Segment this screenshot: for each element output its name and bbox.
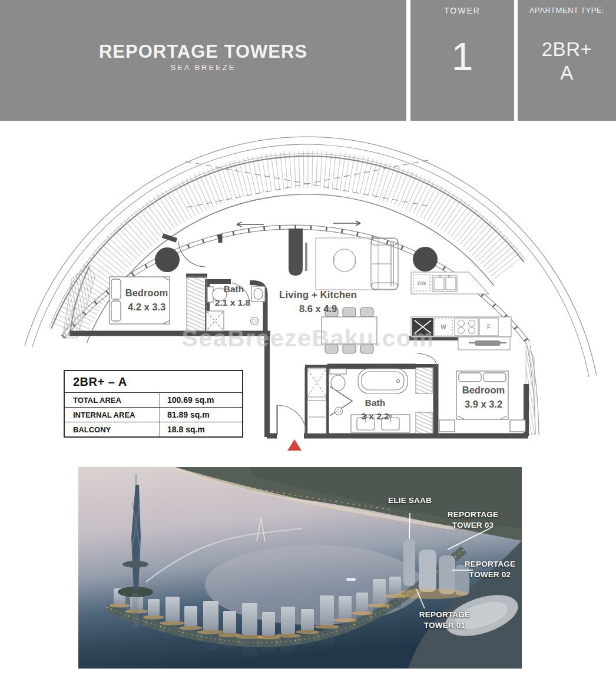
washer-label: W [441, 324, 446, 330]
tower-value: 1 [410, 34, 514, 79]
photo-label-tower-02: REPORTAGE TOWER 02 [458, 559, 522, 580]
area-table-title: 2BR+ – A [65, 371, 242, 392]
page-title: REPORTAGE TOWERS [0, 41, 406, 62]
header-tower-box: TOWER 1 [410, 0, 514, 121]
living-furniture [316, 238, 398, 290]
room-label: Living + Kitchen [279, 289, 357, 300]
sliding-door-arrows [237, 221, 360, 227]
aerial-photo: ELIE SAAB REPORTAGE TOWER 03 REPORTAGE T… [78, 467, 522, 669]
room-label: Bedroom [125, 287, 168, 298]
apartment-type-label: APARTMENT TYPE: [518, 6, 616, 15]
column [155, 247, 180, 272]
fridge-label: F [487, 324, 491, 330]
boat [346, 578, 356, 581]
table-row: TOTAL AREA 100.69 sq.m [65, 392, 242, 407]
hall-closet [307, 369, 326, 434]
room-label: Bedroom [462, 385, 505, 395]
dishwasher-label: DW [418, 280, 426, 286]
photo-label-elie-saab: ELIE SAAB [373, 495, 447, 506]
floorplan-page: REPORTAGE TOWERS SEA BREEZE TOWER 1 APAR… [0, 0, 616, 675]
watermark: SeaBreezeBaku.com [182, 325, 435, 352]
room-dims: 4.2 x 3.3 [128, 302, 165, 312]
apartment-type-value: 2BR+ A [518, 38, 616, 84]
photo-label-tower-01: REPORTAGE TOWER 01 [407, 610, 482, 631]
table-row: BALCONY 18.8 sq.m [65, 422, 242, 436]
column [413, 247, 438, 272]
room-dims: 8.6 x 4.9 [299, 303, 337, 314]
area-table: 2BR+ – A TOTAL AREA 100.69 sq.m INTERNAL… [64, 370, 243, 438]
header-apartment-box: APARTMENT TYPE: 2BR+ A [518, 0, 616, 121]
tower-label: TOWER [410, 6, 514, 15]
header-title-box: REPORTAGE TOWERS SEA BREEZE [0, 0, 406, 121]
room-dims: 2.1 x 1.8 [215, 297, 251, 307]
entry-marker [287, 439, 302, 451]
room-label: Bath [224, 284, 244, 294]
room-dims: 3.9 x 3.2 [465, 399, 502, 409]
bedroom1-bed [110, 277, 170, 324]
tv-wall [289, 229, 307, 276]
aerial-photo-art [78, 467, 522, 669]
room-label: Bath [365, 398, 385, 408]
photo-label-tower-03: REPORTAGE TOWER 03 [436, 509, 509, 531]
page-subtitle: SEA BREEZE [0, 63, 406, 72]
table-row: INTERNAL AREA 81.89 sq.m [65, 407, 242, 422]
room-dims: 3 x 2.2 [361, 411, 389, 421]
